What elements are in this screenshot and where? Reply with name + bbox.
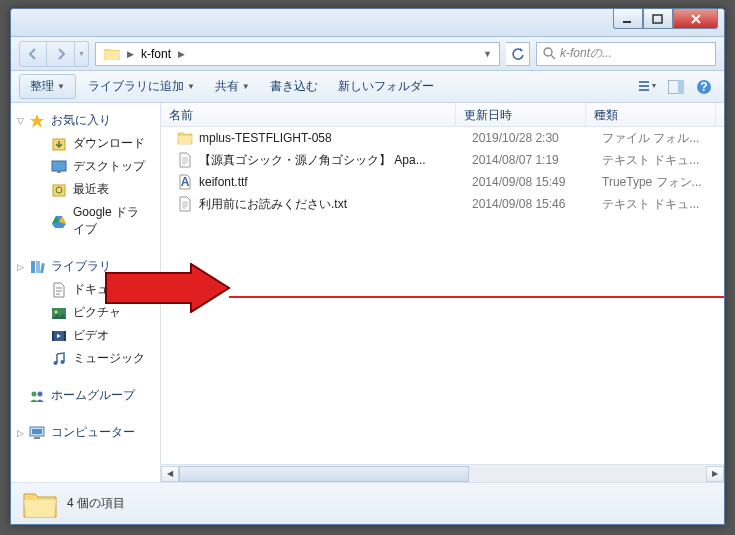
svg-rect-21 [52, 331, 54, 341]
scroll-track[interactable] [179, 466, 706, 482]
file-row[interactable]: 【源真ゴシック・源ノ角ゴシック】 Apa...2014/08/07 1:19テキ… [161, 149, 724, 171]
nav-history-dropdown[interactable]: ▼ [75, 41, 89, 67]
documents-icon [51, 282, 67, 298]
svg-rect-11 [52, 161, 66, 171]
sidebar-item-desktop[interactable]: デスクトップ [11, 155, 160, 178]
nav-buttons: ▼ [19, 41, 89, 67]
help-button[interactable]: ? [692, 75, 716, 99]
svg-rect-1 [653, 15, 662, 23]
txt-icon [177, 152, 193, 168]
computer-header[interactable]: ▷コンピューター [11, 421, 160, 444]
svg-point-24 [61, 360, 65, 364]
sidebar-item-google-drive[interactable]: Google ドライブ [11, 201, 160, 241]
homegroup-header[interactable]: ホームグループ [11, 384, 160, 407]
folder-icon [177, 130, 193, 146]
maximize-button[interactable] [643, 9, 673, 29]
horizontal-scrollbar[interactable]: ◀ ▶ [161, 464, 724, 482]
svg-point-25 [32, 391, 37, 396]
scroll-right-button[interactable]: ▶ [706, 466, 724, 482]
libraries-header[interactable]: ▷ライブラリ [11, 255, 160, 278]
forward-button[interactable] [47, 41, 75, 67]
videos-icon [51, 328, 67, 344]
favorites-header[interactable]: ▽お気に入り [11, 109, 160, 132]
breadcrumb-dropdown[interactable]: ▼ [480, 49, 495, 59]
column-header-date[interactable]: 更新日時 [456, 103, 586, 126]
svg-rect-3 [639, 81, 649, 83]
file-row[interactable]: Akeifont.ttf2014/09/08 15:49TrueType フォン… [161, 171, 724, 193]
music-icon [51, 351, 67, 367]
svg-text:A: A [181, 175, 190, 189]
burn-button[interactable]: 書き込む [262, 74, 326, 99]
file-date: 2014/08/07 1:19 [464, 153, 594, 167]
scroll-left-button[interactable]: ◀ [161, 466, 179, 482]
column-header-name[interactable]: 名前 [161, 103, 456, 126]
minimize-button[interactable] [613, 9, 643, 29]
search-icon [543, 47, 556, 60]
svg-rect-16 [36, 261, 40, 273]
status-count: 4 個の項目 [67, 495, 125, 512]
body: ▽お気に入り ダウンロード デスクトップ 最近表 Google ドライブ ▷ライ… [11, 103, 724, 482]
file-name: 利用前にお読みください.txt [169, 196, 464, 213]
file-date: 2014/09/08 15:49 [464, 175, 594, 189]
chevron-right-icon[interactable]: ▶ [175, 49, 188, 59]
navigation-pane: ▽お気に入り ダウンロード デスクトップ 最近表 Google ドライブ ▷ライ… [11, 103, 161, 482]
share-button[interactable]: 共有 ▼ [207, 74, 258, 99]
column-header-type[interactable]: 種類 [586, 103, 716, 126]
file-date: 2014/09/08 15:46 [464, 197, 594, 211]
svg-rect-29 [34, 437, 40, 439]
svg-rect-5 [639, 89, 649, 91]
sidebar-item-pictures[interactable]: ピクチャ [11, 301, 160, 324]
file-row[interactable]: mplus-TESTFLIGHT-0582019/10/28 2:30ファイル … [161, 127, 724, 149]
back-button[interactable] [19, 41, 47, 67]
file-type: テキスト ドキュ... [594, 196, 724, 213]
file-type: ファイル フォル... [594, 130, 724, 147]
font-icon: A [177, 174, 193, 190]
breadcrumb[interactable]: ▶ k-font ▶ ▼ [95, 42, 500, 66]
sidebar-item-music[interactable]: ミュージック [11, 347, 160, 370]
breadcrumb-root[interactable] [100, 45, 124, 62]
close-button[interactable] [673, 9, 718, 29]
file-name: Akeifont.ttf [169, 174, 464, 190]
breadcrumb-folder[interactable]: k-font [137, 45, 175, 63]
svg-point-2 [544, 48, 552, 56]
new-folder-button[interactable]: 新しいフォルダー [330, 74, 442, 99]
sidebar-item-downloads[interactable]: ダウンロード [11, 132, 160, 155]
svg-rect-12 [57, 171, 61, 173]
file-name: 【源真ゴシック・源ノ角ゴシック】 Apa... [169, 152, 464, 169]
sidebar-item-documents[interactable]: ドキュメント [11, 278, 160, 301]
chevron-right-icon[interactable]: ▶ [124, 49, 137, 59]
svg-point-23 [54, 361, 58, 365]
file-list-pane: 名前 更新日時 種類 mplus-TESTFLIGHT-0582019/10/2… [161, 103, 724, 482]
google-drive-icon [51, 213, 67, 229]
svg-rect-22 [64, 331, 66, 341]
svg-rect-28 [32, 429, 42, 434]
sidebar-item-videos[interactable]: ビデオ [11, 324, 160, 347]
column-headers: 名前 更新日時 種類 [161, 103, 724, 127]
scroll-thumb[interactable] [179, 466, 469, 482]
file-type: テキスト ドキュ... [594, 152, 724, 169]
svg-rect-0 [623, 21, 631, 23]
computer-icon [29, 425, 45, 441]
explorer-window: ▼ ▶ k-font ▶ ▼ k-fontの... 整理 ▼ ライブラリに追加 … [10, 8, 725, 525]
preview-pane-button[interactable] [664, 75, 688, 99]
sidebar-item-recent[interactable]: 最近表 [11, 178, 160, 201]
recent-icon [51, 182, 67, 198]
downloads-icon [51, 136, 67, 152]
refresh-button[interactable] [506, 42, 530, 66]
svg-rect-4 [639, 85, 649, 87]
file-row[interactable]: 利用前にお読みください.txt2014/09/08 15:46テキスト ドキュ.… [161, 193, 724, 215]
svg-rect-7 [678, 80, 684, 94]
svg-point-19 [55, 310, 58, 313]
titlebar [11, 9, 724, 37]
search-input[interactable]: k-fontの... [536, 42, 716, 66]
view-options-button[interactable] [636, 75, 660, 99]
folder-icon [23, 490, 57, 518]
status-bar: 4 個の項目 [11, 482, 724, 524]
file-type: TrueType フォン... [594, 174, 724, 191]
pictures-icon [51, 305, 67, 321]
add-to-library-button[interactable]: ライブラリに追加 ▼ [80, 74, 203, 99]
file-list[interactable]: mplus-TESTFLIGHT-0582019/10/28 2:30ファイル … [161, 127, 724, 464]
organize-button[interactable]: 整理 ▼ [19, 74, 76, 99]
star-icon [29, 113, 45, 129]
file-date: 2019/10/28 2:30 [464, 131, 594, 145]
